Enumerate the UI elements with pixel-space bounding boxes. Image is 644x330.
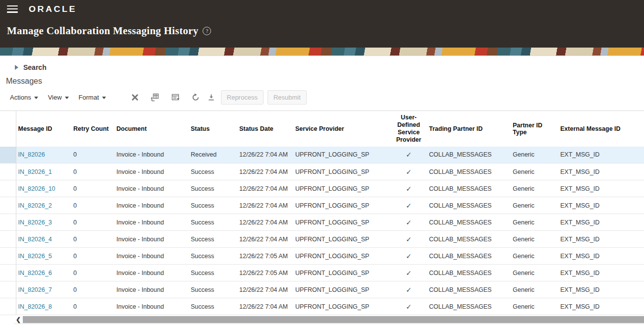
resubmit-button[interactable]: Resubmit — [268, 90, 307, 105]
message-id-link[interactable]: IN_82026_2 — [18, 202, 52, 209]
document-cell: Invoice - Inbound — [114, 265, 189, 281]
help-icon[interactable]: ? — [203, 27, 211, 35]
freeze-icon[interactable] — [150, 92, 161, 103]
message-id-link[interactable]: IN_82026_3 — [18, 219, 52, 226]
document-cell: Invoice - Inbound — [114, 164, 189, 180]
user-defined-check-icon: ✓ — [390, 147, 427, 164]
service-provider-cell: UPFRONT_LOGGING_SP — [293, 281, 390, 298]
download-icon[interactable] — [206, 92, 217, 103]
status-date-cell: 12/26/22 7:04 AM — [237, 298, 293, 315]
service-provider-cell: UPFRONT_LOGGING_SP — [293, 180, 390, 197]
hamburger-menu-icon[interactable] — [7, 5, 18, 13]
status-date-cell: 12/26/22 7:04 AM — [237, 164, 293, 180]
column-header-external-message-id[interactable]: External Message ID — [558, 111, 644, 147]
row-gutter-cell[interactable] — [0, 265, 16, 281]
message-id-link[interactable]: IN_82026_1 — [18, 168, 52, 175]
trading-partner-id-cell: COLLAB_MESSAGES — [427, 265, 511, 281]
table-row[interactable]: IN_82026_7 0 Invoice - Inbound Success 1… — [0, 281, 644, 298]
table-row[interactable]: IN_82026_8 0 Invoice - Inbound Success 1… — [0, 298, 644, 315]
message-id-cell: IN_82026_3 — [16, 214, 71, 231]
actions-menu[interactable]: Actions — [10, 94, 38, 101]
retry-count-cell: 0 — [71, 265, 114, 281]
detach-icon[interactable] — [170, 92, 181, 103]
search-disclosure[interactable]: Search — [0, 56, 644, 72]
scroll-left-button[interactable]: ❮ — [14, 316, 23, 324]
delete-icon[interactable] — [130, 92, 141, 103]
status-date-cell: 12/26/22 7:04 AM — [237, 147, 293, 164]
column-header-user-defined-service-provider[interactable]: User-Defined Service Provider — [390, 111, 427, 147]
message-id-link[interactable]: IN_82026_8 — [18, 303, 52, 310]
trading-partner-id-cell: COLLAB_MESSAGES — [427, 248, 511, 265]
table-row[interactable]: IN_82026_10 0 Invoice - Inbound Success … — [0, 180, 644, 197]
trading-partner-id-cell: COLLAB_MESSAGES — [427, 298, 511, 315]
column-header-trading-partner-id[interactable]: Trading Partner ID — [427, 111, 511, 147]
table-row[interactable]: IN_82026_6 0 Invoice - Inbound Success 1… — [0, 265, 644, 281]
message-id-link[interactable]: IN_82026_7 — [18, 286, 52, 293]
row-gutter-cell[interactable] — [0, 214, 16, 231]
external-message-id-cell: EXT_MSG_ID — [558, 147, 644, 164]
messages-section-title: Messages — [0, 72, 644, 87]
row-gutter-cell[interactable] — [0, 248, 16, 265]
reprocess-button[interactable]: Reprocess — [221, 90, 264, 105]
scrollbar-thumb[interactable] — [23, 316, 644, 323]
app-header: ORACLE Manage Collaboration Messaging Hi… — [0, 0, 644, 48]
message-id-cell: IN_82026_7 — [16, 281, 71, 298]
status-cell: Received — [189, 147, 237, 164]
column-header-document[interactable]: Document — [114, 111, 189, 147]
column-header-status-date[interactable]: Status Date — [237, 111, 293, 147]
user-defined-check-icon: ✓ — [390, 231, 427, 248]
status-cell: Success — [189, 164, 237, 180]
table-row[interactable]: IN_82026_1 0 Invoice - Inbound Success 1… — [0, 164, 644, 180]
service-provider-cell: UPFRONT_LOGGING_SP — [293, 147, 390, 164]
column-header-retry-count[interactable]: Retry Count — [71, 111, 114, 147]
message-id-cell: IN_82026_6 — [16, 265, 71, 281]
row-gutter-cell[interactable] — [0, 231, 16, 248]
service-provider-cell: UPFRONT_LOGGING_SP — [293, 214, 390, 231]
status-cell: Success — [189, 180, 237, 197]
row-gutter-cell[interactable] — [0, 147, 16, 164]
view-menu[interactable]: View — [48, 94, 69, 101]
table-row[interactable]: IN_82026_5 0 Invoice - Inbound Success 1… — [0, 248, 644, 265]
external-message-id-cell: EXT_MSG_ID — [558, 265, 644, 281]
message-id-link[interactable]: IN_82026_10 — [18, 185, 55, 192]
column-header-status[interactable]: Status — [189, 111, 237, 147]
row-gutter-cell[interactable] — [0, 298, 16, 315]
service-provider-cell: UPFRONT_LOGGING_SP — [293, 298, 390, 315]
row-gutter-cell[interactable] — [0, 180, 16, 197]
table-row[interactable]: IN_82026 0 Invoice - Inbound Received 12… — [0, 147, 644, 164]
user-defined-check-icon: ✓ — [390, 298, 427, 315]
message-id-cell: IN_82026_8 — [16, 298, 71, 315]
message-id-link[interactable]: IN_82026_5 — [18, 253, 52, 260]
document-cell: Invoice - Inbound — [114, 214, 189, 231]
service-provider-cell: UPFRONT_LOGGING_SP — [293, 265, 390, 281]
retry-count-cell: 0 — [71, 180, 114, 197]
external-message-id-cell: EXT_MSG_ID — [558, 248, 644, 265]
status-cell: Success — [189, 265, 237, 281]
column-header-service-provider[interactable]: Service Provider — [293, 111, 390, 147]
column-header-message-id[interactable]: Message ID — [16, 111, 71, 147]
row-gutter-cell[interactable] — [0, 164, 16, 180]
row-gutter-cell[interactable] — [0, 197, 16, 214]
disclosure-triangle-icon — [15, 65, 18, 70]
format-menu[interactable]: Format — [79, 94, 106, 101]
external-message-id-cell: EXT_MSG_ID — [558, 231, 644, 248]
trading-partner-id-cell: COLLAB_MESSAGES — [427, 164, 511, 180]
refresh-icon[interactable] — [190, 92, 201, 103]
service-provider-cell: UPFRONT_LOGGING_SP — [293, 248, 390, 265]
column-header-partner-id-type[interactable]: Partner ID Type — [511, 111, 558, 147]
status-date-cell: 12/26/22 7:04 AM — [237, 281, 293, 298]
row-gutter-cell[interactable] — [0, 281, 16, 298]
message-id-link[interactable]: IN_82026_4 — [18, 236, 52, 243]
message-id-link[interactable]: IN_82026 — [18, 151, 45, 158]
document-cell: Invoice - Inbound — [114, 197, 189, 214]
table-row[interactable]: IN_82026_4 0 Invoice - Inbound Success 1… — [0, 231, 644, 248]
chevron-down-icon — [102, 97, 106, 99]
top-bar: ORACLE — [0, 0, 644, 18]
message-id-link[interactable]: IN_82026_6 — [18, 270, 52, 276]
document-cell: Invoice - Inbound — [114, 231, 189, 248]
partner-id-type-cell: Generic — [511, 265, 558, 281]
partner-id-type-cell: Generic — [511, 180, 558, 197]
table-row[interactable]: IN_82026_3 0 Invoice - Inbound Success 1… — [0, 214, 644, 231]
partner-id-type-cell: Generic — [511, 214, 558, 231]
table-row[interactable]: IN_82026_2 0 Invoice - Inbound Success 1… — [0, 197, 644, 214]
